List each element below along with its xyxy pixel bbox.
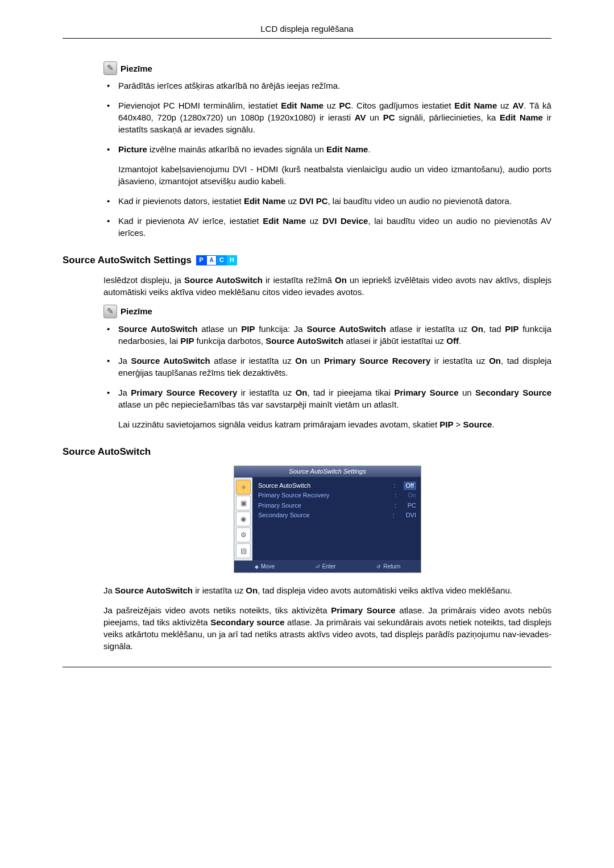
- section3-para-2: Ja pašreizējais video avots netiks notei…: [103, 604, 551, 652]
- osd-row: Source AutoSwitch:Off: [258, 481, 416, 491]
- osd-side-icon: ◉: [236, 512, 251, 526]
- mode-p-icon: P: [196, 255, 206, 265]
- move-icon: ◆: [255, 563, 259, 571]
- list-item: Parādītās ierīces atšķiras atkarībā no ā…: [103, 80, 551, 92]
- mode-a-icon: A: [206, 255, 217, 265]
- footer-rule: [63, 667, 551, 667]
- list-item: Picture izvēlne mainās atkarībā no ievad…: [103, 143, 551, 187]
- bullet-list-2: Source AutoSwitch atlase un PIP funkcija…: [103, 323, 551, 430]
- section-title: Source AutoSwitch: [63, 445, 151, 459]
- osd-screenshot: Source AutoSwitch Settings ⎆ ▣ ◉ ⚙ ▤ Sou…: [234, 466, 421, 573]
- mode-h-icon: H: [227, 255, 237, 265]
- osd-side-icon: ▤: [236, 543, 251, 558]
- osd-return: Return: [383, 563, 400, 571]
- osd-enter: Enter: [322, 563, 336, 571]
- list-item: Ja Primary Source Recovery ir iestatīta …: [103, 387, 551, 430]
- section3-para-1: Ja Source AutoSwitch ir iestatīta uz On,…: [103, 584, 551, 596]
- osd-side-icon: ▣: [236, 496, 251, 510]
- section-heading-autoswitch: Source AutoSwitch: [63, 445, 551, 459]
- osd-row: Primary Source Recovery:On: [258, 491, 416, 500]
- section2-body: Ieslēdzot displeju, ja Source AutoSwitch…: [103, 274, 551, 430]
- note-icon: ✎: [103, 305, 117, 318]
- osd-title: Source AutoSwitch Settings: [234, 466, 421, 477]
- section-title: Source AutoSwitch Settings: [63, 254, 192, 267]
- enter-icon: ⏎: [316, 563, 320, 571]
- document-page: LCD displeja regulēšana ✎ Piezīme Parādī…: [0, 0, 614, 701]
- list-item: Source AutoSwitch atlase un PIP funkcija…: [103, 323, 551, 347]
- list-item: Kad ir pievienots dators, iestatiet Edit…: [103, 195, 551, 207]
- section2-intro: Ieslēdzot displeju, ja Source AutoSwitch…: [103, 274, 551, 298]
- list-item: Ja Source AutoSwitch atlase ir iestatīta…: [103, 355, 551, 379]
- return-icon: ↺: [376, 563, 381, 571]
- osd-side-icon: ⚙: [236, 528, 251, 542]
- note-label: Piezīme: [121, 305, 152, 317]
- osd-main: Source AutoSwitch:OffPrimary Source Reco…: [252, 477, 421, 560]
- section-heading-autoswitch-settings: Source AutoSwitch Settings P A C H: [63, 254, 551, 267]
- list-item: Kad ir pievienota AV ierīce, iestatiet E…: [103, 215, 551, 239]
- page-header: LCD displeja regulēšana: [63, 23, 551, 39]
- osd-row: Primary Source:PC: [258, 501, 416, 510]
- mode-c-icon: C: [217, 255, 227, 265]
- mode-icons: P A C H: [196, 255, 237, 265]
- note-icon: ✎: [103, 61, 117, 75]
- osd-row: Secondary Source:DVI: [258, 510, 416, 520]
- note-label: Piezīme: [121, 63, 152, 74]
- osd-side-icon: ⎆: [236, 480, 251, 495]
- section3-body: Source AutoSwitch Settings ⎆ ▣ ◉ ⚙ ▤ Sou…: [103, 466, 551, 652]
- osd-footer: ◆Move ⏎Enter ↺Return: [234, 560, 421, 572]
- osd-move: Move: [261, 563, 275, 571]
- list-item: Pievienojot PC HDMI terminālim, iestatie…: [103, 99, 551, 135]
- note-block-1: ✎ Piezīme Parādītās ierīces atšķiras atk…: [103, 61, 551, 239]
- bullet-list-1: Parādītās ierīces atšķiras atkarībā no ā…: [103, 80, 551, 239]
- osd-sidebar: ⎆ ▣ ◉ ⚙ ▤: [234, 477, 252, 560]
